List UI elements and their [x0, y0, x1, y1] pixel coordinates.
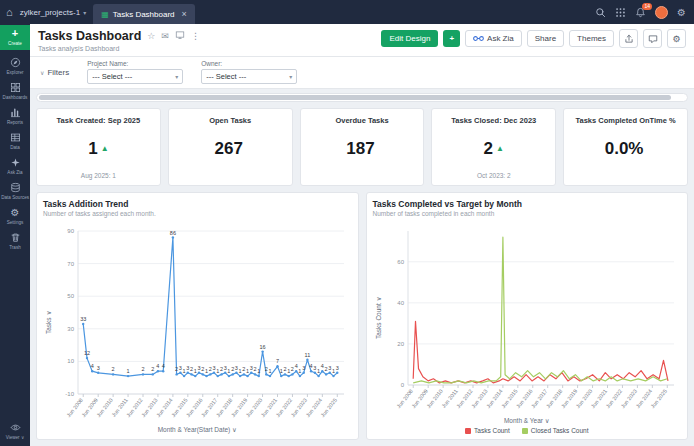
kpi-value: 187: [346, 139, 374, 159]
svg-text:3: 3: [97, 365, 100, 371]
sidebar-item-ask-zia[interactable]: Ask Zia: [0, 153, 30, 178]
favorite-star-icon[interactable]: ☆: [147, 32, 155, 41]
legend-item-tasks-count[interactable]: Tasks Count: [465, 427, 510, 434]
chevron-down-icon: ▾: [175, 73, 178, 80]
svg-text:33: 33: [80, 316, 86, 322]
filter-label: Owner:: [201, 60, 297, 67]
slideshow-icon[interactable]: [175, 30, 185, 42]
legend-item-closed-tasks-count[interactable]: Closed Tasks Count: [522, 427, 589, 434]
themes-button[interactable]: Themes: [569, 30, 614, 47]
kpi-title: Overdue Tasks: [335, 116, 388, 125]
svg-text:3: 3: [336, 365, 339, 371]
chart-body: Tasks Count ∨ 0204060Jun 2008Jun 2009Jun…: [373, 219, 682, 417]
add-report-button[interactable]: +: [443, 30, 460, 47]
horizontal-scrollbar[interactable]: [36, 93, 688, 102]
svg-text:2: 2: [291, 366, 294, 372]
scrollbar-thumb[interactable]: [39, 95, 671, 100]
chart-subtitle: Number of tasks completed in each month: [373, 210, 682, 217]
y-axis-label[interactable]: Tasks Count ∨: [373, 219, 384, 417]
notifications-bell-icon[interactable]: 14: [635, 7, 646, 18]
chart-title: Tasks Addition Trend: [43, 199, 352, 209]
project-name-select[interactable]: --- Select --- ▾: [87, 69, 183, 84]
filters-toggle[interactable]: ∨ Filters: [40, 68, 69, 77]
header-actions: Edit Design + Ask Zia Share Themes ⚙: [381, 29, 686, 48]
kebab-menu-icon[interactable]: ⋮: [191, 32, 200, 41]
svg-text:3: 3: [302, 365, 305, 371]
zia-glasses-icon: [473, 35, 484, 42]
ask-zia-button[interactable]: Ask Zia: [465, 30, 522, 47]
chart-plot-area[interactable]: 0204060Jun 2008Jun 2009Jun 2010Jun 2011J…: [384, 219, 682, 417]
chart-subtitle: Number of tasks assigned each month.: [43, 210, 352, 217]
svg-text:1: 1: [317, 368, 320, 374]
edit-design-button[interactable]: Edit Design: [381, 30, 438, 47]
y-axis-label[interactable]: Tasks ∨: [43, 219, 54, 426]
sidebar-item-label: Dashboards: [1, 94, 29, 100]
svg-text:3: 3: [313, 365, 316, 371]
filters-bar: ∨ Filters Project Name: --- Select --- ▾…: [30, 57, 694, 89]
apps-grid-icon[interactable]: [615, 7, 626, 18]
kpi-value: 267: [215, 139, 243, 159]
user-avatar[interactable]: [655, 6, 668, 19]
comments-icon[interactable]: [643, 29, 662, 48]
sidebar-item-data-sources[interactable]: Data Sources: [0, 178, 30, 203]
export-icon[interactable]: [619, 29, 638, 48]
dashboard-header: Tasks Dashboard ☆ ✉ ⋮ Tasks analysis Das…: [30, 24, 694, 57]
svg-text:3: 3: [197, 365, 200, 371]
sidebar-item-trash[interactable]: Trash: [0, 228, 30, 253]
sidebar-item-explorer[interactable]: Explorer: [0, 53, 30, 78]
svg-text:7: 7: [276, 358, 279, 364]
chevron-down-icon: ▾: [289, 73, 292, 80]
tab-close-icon[interactable]: ×: [182, 9, 187, 19]
sidebar-item-viewer[interactable]: Viewer ∨: [0, 418, 30, 446]
svg-text:86: 86: [170, 230, 176, 236]
kpi-comparison: Aug 2025: 1: [81, 172, 116, 180]
svg-text:20: 20: [397, 341, 404, 347]
sidebar-item-data[interactable]: Data: [0, 128, 30, 153]
x-axis-label[interactable]: Month & Year ∨: [373, 417, 682, 425]
trend-up-icon: ▲: [101, 144, 109, 153]
kpi-card-overdue-tasks[interactable]: Overdue Tasks 187: [300, 108, 425, 186]
project-switcher[interactable]: zylker_projects-1 ▾: [20, 8, 86, 17]
sidebar-item-create[interactable]: + Create: [0, 25, 30, 50]
svg-text:2: 2: [112, 366, 115, 372]
svg-text:2: 2: [175, 366, 178, 372]
svg-text:3: 3: [186, 365, 189, 371]
project-switcher-label: zylker_projects-1: [20, 8, 80, 17]
filter-owner: Owner: --- Select --- ▾: [201, 60, 297, 84]
svg-text:70: 70: [67, 261, 74, 267]
share-button[interactable]: Share: [527, 30, 564, 47]
sidebar-item-settings[interactable]: ⚙ Settings: [0, 203, 30, 228]
chart-plot-area[interactable]: -101030507090Jun 2008Jun 2009Jun 2010Jun…: [54, 219, 352, 426]
svg-text:50: 50: [67, 293, 74, 299]
svg-text:1: 1: [183, 368, 186, 374]
home-icon[interactable]: ⌂: [6, 7, 13, 18]
svg-text:4: 4: [321, 363, 324, 369]
plus-icon: +: [0, 28, 30, 39]
svg-text:2: 2: [151, 366, 154, 372]
owner-select[interactable]: --- Select --- ▾: [201, 69, 297, 84]
kpi-card-tasks-closed[interactable]: Tasks Closed: Dec 2023 2▲ Oct 2023: 2: [431, 108, 556, 186]
svg-text:4: 4: [156, 363, 159, 369]
dashboard-settings-gear-icon[interactable]: ⚙: [667, 29, 686, 48]
x-axis-label[interactable]: Month & Year(Start Date) ∨: [43, 426, 352, 434]
mail-icon[interactable]: ✉: [161, 32, 169, 41]
chart-card-tasks-addition-trend: Tasks Addition Trend Number of tasks ass…: [36, 192, 359, 440]
compass-icon: [10, 57, 21, 68]
kpi-card-task-created[interactable]: Task Created: Sep 2025 1▲ Aug 2025: 1: [36, 108, 161, 186]
kpi-card-ontime-percent[interactable]: Tasks Completed OnTime % 0.0%: [563, 108, 688, 186]
svg-text:2: 2: [220, 366, 223, 372]
svg-text:90: 90: [67, 228, 74, 234]
kpi-card-open-tasks[interactable]: Open Tasks 267: [168, 108, 293, 186]
svg-text:4: 4: [162, 363, 165, 369]
sidebar-item-dashboards[interactable]: Dashboards: [0, 78, 30, 103]
sidebar-item-label: Ask Zia: [1, 169, 29, 175]
svg-text:2: 2: [201, 366, 204, 372]
tab-tasks-dashboard[interactable]: ▦ Tasks Dashboard ×: [93, 4, 195, 24]
settings-gear-icon[interactable]: ⚙: [677, 7, 686, 18]
svg-text:1: 1: [246, 368, 249, 374]
svg-text:4: 4: [91, 363, 94, 369]
kpi-title: Open Tasks: [209, 116, 251, 125]
sidebar-item-reports[interactable]: Reports: [0, 103, 30, 128]
search-icon[interactable]: [595, 7, 606, 18]
legend-label: Tasks Count: [474, 427, 510, 434]
